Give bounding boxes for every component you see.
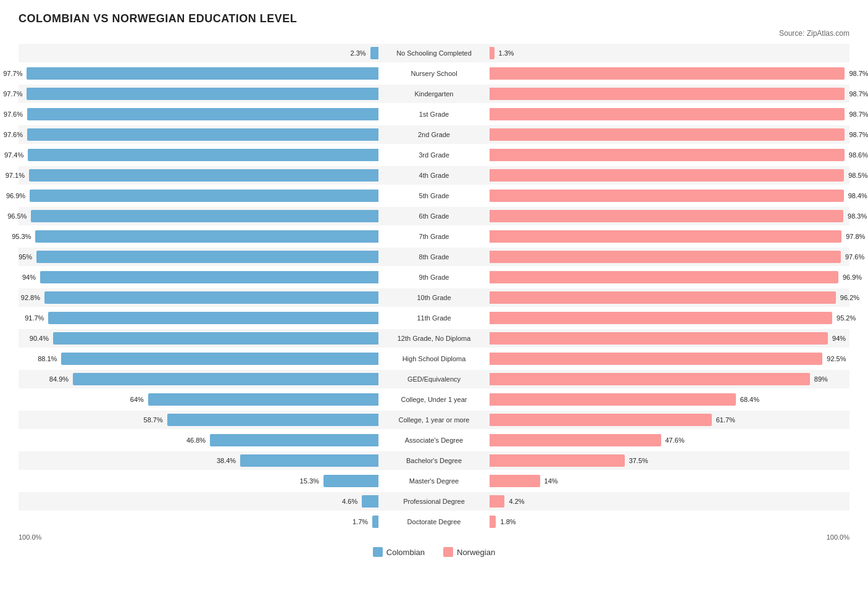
chart-row: 2.3% No Schooling Completed 1.3% [19, 44, 849, 62]
chart-row: 97.1% 4th Grade 98.5% [19, 166, 849, 185]
chart-row: 97.7% Kindergarten 98.7% [19, 85, 849, 103]
row-label: 5th Grade [378, 192, 490, 199]
axis-labels: 100.0% 100.0% [19, 533, 849, 541]
chart-row: 84.9% GED/Equivalency 89% [19, 370, 849, 388]
bar-right: 1.8% [490, 516, 496, 528]
chart-row: 4.6% Professional Degree 4.2% [19, 492, 849, 511]
chart-row: 95.3% 7th Grade 97.8% [19, 227, 849, 246]
bar-right: 4.2% [490, 495, 504, 508]
row-label: Doctorate Degree [378, 518, 490, 525]
row-label: Master's Degree [378, 477, 490, 485]
row-label: 12th Grade, No Diploma [378, 335, 490, 342]
bar-right: 95.2% [490, 312, 832, 324]
bar-right: 98.5% [490, 169, 844, 182]
bar-right: 37.5% [490, 454, 625, 467]
bar-right: 92.5% [490, 353, 822, 365]
bar-left: 38.4% [240, 454, 378, 467]
chart-row: 88.1% High School Diploma 92.5% [19, 349, 849, 368]
bar-right: 98.7% [490, 88, 845, 100]
bar-left: 90.4% [53, 332, 378, 345]
row-label: College, 1 year or more [378, 416, 490, 424]
row-label: Associate's Degree [378, 437, 490, 444]
bar-left: 2.3% [370, 47, 378, 59]
chart-row: 96.9% 5th Grade 98.4% [19, 186, 849, 205]
row-label: 10th Grade [378, 294, 490, 301]
bar-right: 68.4% [490, 393, 736, 406]
bar-right: 14% [490, 475, 540, 487]
chart-row: 97.6% 2nd Grade 98.7% [19, 125, 849, 144]
row-label: Kindergarten [378, 90, 490, 98]
bar-left: 95% [36, 251, 378, 263]
bar-left: 46.8% [210, 434, 378, 446]
chart-row: 15.3% Master's Degree 14% [19, 472, 849, 490]
chart-row: 95% 8th Grade 97.6% [19, 248, 849, 266]
row-label: High School Diploma [378, 355, 490, 362]
row-label: 4th Grade [378, 172, 490, 179]
bar-left: 84.9% [73, 373, 378, 385]
chart-row: 92.8% 10th Grade 96.2% [19, 288, 849, 307]
bar-left: 92.8% [44, 291, 378, 304]
row-label: College, Under 1 year [378, 396, 490, 403]
bar-right: 89% [490, 373, 810, 385]
bar-left: 96.5% [31, 210, 378, 222]
bar-left: 15.3% [323, 475, 378, 487]
chart-row: 64% College, Under 1 year 68.4% [19, 390, 849, 409]
chart-row: 1.7% Doctorate Degree 1.8% [19, 512, 849, 531]
bar-right: 98.7% [490, 108, 845, 120]
bar-right: 61.7% [490, 414, 712, 426]
source-label: Source: ZipAtlas.com [19, 29, 849, 38]
row-label: 3rd Grade [378, 151, 490, 159]
chart-row: 97.6% 1st Grade 98.7% [19, 105, 849, 123]
row-label: 11th Grade [378, 314, 490, 322]
chart-row: 97.4% 3rd Grade 98.6% [19, 146, 849, 164]
bar-right: 97.6% [490, 251, 841, 263]
chart-row: 91.7% 11th Grade 95.2% [19, 309, 849, 327]
bar-right: 98.6% [490, 149, 845, 161]
row-label: GED/Equivalency [378, 375, 490, 383]
chart-row: 46.8% Associate's Degree 47.6% [19, 431, 849, 449]
row-label: 2nd Grade [378, 131, 490, 138]
bar-left: 94% [40, 271, 378, 283]
bar-left: 91.7% [48, 312, 378, 324]
bar-right: 47.6% [490, 434, 661, 446]
row-label: Professional Degree [378, 498, 490, 505]
row-label: 8th Grade [378, 253, 490, 261]
legend-colombian: Colombian [373, 547, 425, 557]
bar-right: 96.2% [490, 291, 836, 304]
bar-left: 97.6% [27, 108, 378, 120]
chart-row: 58.7% College, 1 year or more 61.7% [19, 411, 849, 429]
row-label: 7th Grade [378, 233, 490, 240]
legend: Colombian Norwegian [19, 547, 849, 557]
bar-left: 95.3% [35, 230, 378, 243]
bar-right: 98.4% [490, 190, 844, 202]
chart-title: COLOMBIAN VS NORWEGIAN EDUCATION LEVEL [19, 12, 849, 25]
bar-left: 96.9% [30, 190, 378, 202]
legend-norwegian: Norwegian [443, 547, 495, 557]
row-label: Bachelor's Degree [378, 457, 490, 464]
bar-right: 98.7% [490, 67, 845, 80]
bar-left: 97.1% [29, 169, 378, 182]
row-label: 6th Grade [378, 212, 490, 220]
bar-left: 4.6% [362, 495, 378, 508]
row-label: 1st Grade [378, 111, 490, 118]
row-label: No Schooling Completed [378, 49, 490, 57]
bar-right: 98.7% [490, 128, 845, 141]
bar-left: 88.1% [61, 353, 378, 365]
bar-left: 1.7% [372, 516, 378, 528]
bar-right: 1.3% [490, 47, 495, 59]
bar-left: 97.7% [27, 67, 378, 80]
chart-row: 97.7% Nursery School 98.7% [19, 64, 849, 83]
bar-left: 64% [148, 393, 378, 406]
chart-row: 90.4% 12th Grade, No Diploma 94% [19, 329, 849, 348]
chart-row: 38.4% Bachelor's Degree 37.5% [19, 451, 849, 470]
chart-row: 94% 9th Grade 96.9% [19, 268, 849, 286]
bar-left: 97.6% [27, 128, 378, 141]
chart-area: 2.3% No Schooling Completed 1.3% 97.7% N… [19, 44, 849, 531]
bar-left: 97.4% [28, 149, 378, 161]
bar-right: 98.3% [490, 210, 843, 222]
bar-right: 97.8% [490, 230, 841, 243]
row-label: 9th Grade [378, 274, 490, 281]
row-label: Nursery School [378, 70, 490, 77]
bar-left: 58.7% [167, 414, 378, 426]
bar-right: 94% [490, 332, 828, 345]
